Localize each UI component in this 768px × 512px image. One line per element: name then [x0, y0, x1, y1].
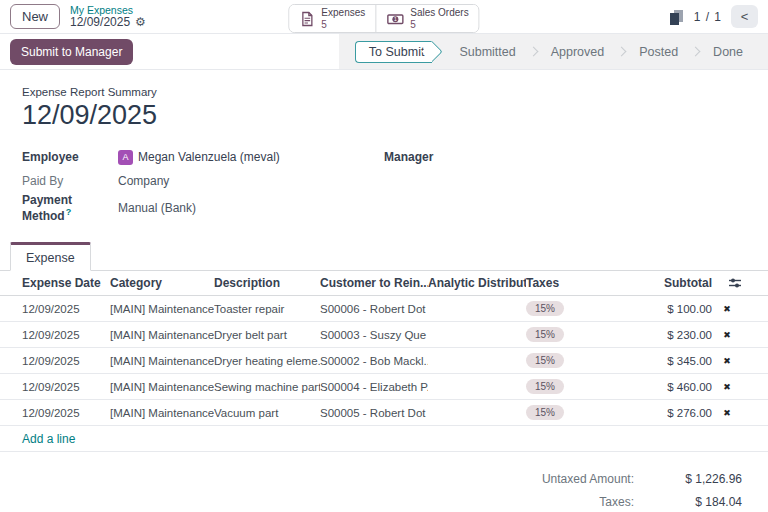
tax-badge[interactable]: 15%	[526, 353, 564, 368]
cell-category[interactable]: [MAIN] Maintenance	[110, 381, 214, 393]
status-step-done[interactable]: Done	[702, 45, 754, 59]
header-customer[interactable]: Customer to Rein...	[320, 276, 428, 290]
cell-expense-date[interactable]: 12/09/2025	[22, 329, 110, 341]
cell-category[interactable]: [MAIN] Maintenance	[110, 329, 214, 341]
manager-field-row: Manager	[384, 145, 746, 169]
delete-row-icon[interactable]: ✖	[712, 356, 742, 366]
help-icon[interactable]: ?	[66, 207, 72, 217]
expense-report-sheet: Expense Report Summary 12/09/2025 Employ…	[0, 70, 768, 512]
header-analytic[interactable]: Analytic Distributi...	[428, 276, 526, 290]
sales-orders-smart-button[interactable]: 1 Sales Orders 5	[375, 5, 478, 32]
employee-value[interactable]: A Megan Valenzuela (meval)	[118, 150, 280, 165]
cell-description[interactable]: Toaster repair	[214, 303, 320, 315]
cell-subtotal[interactable]: $ 276.00	[614, 407, 712, 419]
expenses-smart-button-count: 5	[321, 19, 327, 31]
untaxed-amount-label: Untaxed Amount:	[474, 472, 634, 486]
cell-description[interactable]: Dryer belt part	[214, 329, 320, 341]
table-row[interactable]: 12/09/2025 [MAIN] Maintenance Sewing mac…	[0, 374, 768, 400]
expense-table-header: Expense Date Category Description Custom…	[0, 271, 768, 296]
smart-buttons: Expenses 5 1 Sales Orders 5	[288, 4, 479, 33]
cell-taxes[interactable]: 15%	[526, 301, 614, 316]
header-category[interactable]: Category	[110, 276, 214, 290]
header-expense-date[interactable]: Expense Date	[22, 276, 110, 290]
cell-subtotal[interactable]: $ 230.00	[614, 329, 712, 341]
add-a-line-link[interactable]: Add a line	[22, 432, 75, 446]
tax-badge[interactable]: 15%	[526, 327, 564, 342]
cell-customer[interactable]: S00006 - Robert Dot	[320, 303, 428, 315]
cell-subtotal[interactable]: $ 345.00	[614, 355, 712, 367]
expenses-smart-button[interactable]: Expenses 5	[289, 5, 375, 32]
notebook-tabs: Expense	[0, 241, 768, 271]
totals-section: Untaxed Amount: $ 1,226.96 Taxes: $ 184.…	[0, 472, 768, 512]
employee-name[interactable]: Megan Valenzuela (meval)	[138, 150, 280, 164]
cell-taxes[interactable]: 15%	[526, 405, 614, 420]
cell-subtotal[interactable]: $ 100.00	[614, 303, 712, 315]
paid-by-value[interactable]: Company	[118, 174, 169, 188]
tax-badge[interactable]: 15%	[526, 301, 564, 316]
cell-customer[interactable]: S00004 - Elizabeth P...	[320, 381, 428, 393]
add-line-row: Add a line	[0, 426, 768, 452]
table-row[interactable]: 12/09/2025 [MAIN] Maintenance Vacuum par…	[0, 400, 768, 426]
breadcrumb-active-label: 12/09/2025	[70, 16, 130, 30]
step-separator-icon	[691, 47, 701, 57]
svg-text:1: 1	[394, 16, 397, 22]
cell-taxes[interactable]: 15%	[526, 327, 614, 342]
gear-icon[interactable]: ⚙	[135, 16, 146, 30]
cell-subtotal[interactable]: $ 460.00	[614, 381, 712, 393]
sales-orders-smart-button-label: Sales Orders	[410, 7, 468, 19]
cell-expense-date[interactable]: 12/09/2025	[22, 381, 110, 393]
delete-row-icon[interactable]: ✖	[712, 330, 742, 340]
paid-by-label: Paid By	[22, 174, 118, 188]
submit-to-manager-button[interactable]: Submit to Manager	[10, 39, 133, 65]
table-row[interactable]: 12/09/2025 [MAIN] Maintenance Toaster re…	[0, 296, 768, 322]
cell-taxes[interactable]: 15%	[526, 379, 614, 394]
pager: 1 / 1	[694, 10, 722, 24]
breadcrumb-parent-link[interactable]: My Expenses	[70, 4, 146, 16]
cell-category[interactable]: [MAIN] Maintenance	[110, 303, 214, 315]
status-step-to-submit[interactable]: To Submit	[355, 41, 433, 63]
status-step-submitted[interactable]: Submitted	[448, 45, 526, 59]
pager-previous-button[interactable]: <	[731, 5, 758, 28]
manager-label: Manager	[384, 150, 480, 164]
statusbar: To SubmitSubmittedApprovedPostedDone	[339, 34, 768, 69]
cell-description[interactable]: Dryer heating eleme...	[214, 355, 320, 367]
cell-customer[interactable]: S00005 - Robert Dot	[320, 407, 428, 419]
right-field-group: Manager	[384, 145, 746, 223]
cell-category[interactable]: [MAIN] Maintenance	[110, 355, 214, 367]
table-row[interactable]: 12/09/2025 [MAIN] Maintenance Dryer belt…	[0, 322, 768, 348]
form-fields: Employee A Megan Valenzuela (meval) Paid…	[0, 131, 768, 223]
cell-customer[interactable]: S00002 - Bob Mackl...	[320, 355, 428, 367]
cell-expense-date[interactable]: 12/09/2025	[22, 355, 110, 367]
cell-expense-date[interactable]: 12/09/2025	[22, 407, 110, 419]
payment-method-field-row: Payment Method? Manual (Bank)	[22, 193, 384, 223]
header-subtotal[interactable]: Subtotal	[614, 276, 712, 290]
header-description[interactable]: Description	[214, 276, 320, 290]
status-step-approved[interactable]: Approved	[540, 45, 616, 59]
header-taxes[interactable]: Taxes	[526, 276, 614, 290]
table-row[interactable]: 12/09/2025 [MAIN] Maintenance Dryer heat…	[0, 348, 768, 374]
delete-row-icon[interactable]: ✖	[712, 382, 742, 392]
cell-expense-date[interactable]: 12/09/2025	[22, 303, 110, 315]
tab-expense[interactable]: Expense	[10, 242, 91, 271]
tax-badge[interactable]: 15%	[526, 405, 564, 420]
employee-field-row: Employee A Megan Valenzuela (meval)	[22, 145, 384, 169]
paid-by-field-row: Paid By Company	[22, 169, 384, 193]
cell-category[interactable]: [MAIN] Maintenance	[110, 407, 214, 419]
tax-badge[interactable]: 15%	[526, 379, 564, 394]
new-button[interactable]: New	[10, 4, 60, 29]
status-step-posted[interactable]: Posted	[628, 45, 689, 59]
optional-columns-icon[interactable]	[712, 277, 742, 289]
money-bill-icon: 1	[386, 11, 404, 27]
copies-icon[interactable]	[668, 8, 685, 26]
delete-row-icon[interactable]: ✖	[712, 304, 742, 314]
cell-customer[interactable]: S00003 - Suszy Que	[320, 329, 428, 341]
page-title[interactable]: 12/09/2025	[0, 100, 768, 131]
payment-method-label: Payment Method?	[22, 193, 118, 223]
expenses-smart-button-label: Expenses	[321, 7, 365, 19]
cell-taxes[interactable]: 15%	[526, 353, 614, 368]
cell-description[interactable]: Vacuum part	[214, 407, 320, 419]
delete-row-icon[interactable]: ✖	[712, 408, 742, 418]
payment-method-label-text: Payment Method	[22, 193, 72, 223]
payment-method-value[interactable]: Manual (Bank)	[118, 201, 196, 215]
cell-description[interactable]: Sewing machine part	[214, 381, 320, 393]
